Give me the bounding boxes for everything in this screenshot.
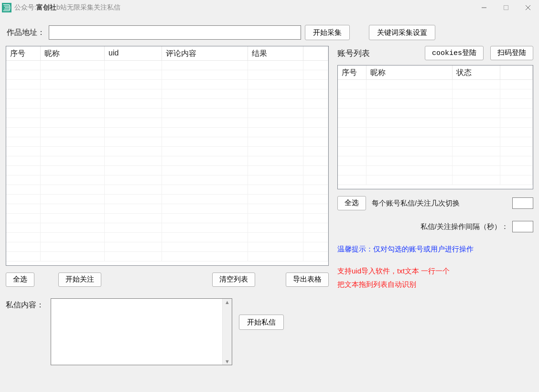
accounts-grid-body (338, 80, 533, 185)
window-title: 公众号: 富创社 b站无限采集关注私信 (14, 3, 120, 12)
dm-label: 私信内容： (6, 298, 44, 310)
scroll-down-icon: ▼ (225, 358, 230, 365)
minimize-button[interactable] (473, 0, 495, 15)
account-list-label: 账号列表 (337, 48, 370, 59)
start-collect-button[interactable]: 开始采集 (305, 25, 350, 40)
dm-textarea-wrap: ▲ ▼ (51, 298, 232, 365)
interval-label: 私信/关注操作间隔（秒）： (420, 222, 508, 231)
switch-count-input[interactable] (512, 197, 533, 209)
svg-rect-1 (504, 5, 508, 10)
col-index[interactable]: 序号 (6, 46, 41, 61)
maximize-icon (504, 5, 508, 10)
acct-col-spacer (500, 65, 533, 80)
tip-red: 支持uid导入软件，txt文本 一行一个 把文本拖到列表自动识别 (337, 264, 533, 291)
close-icon (526, 5, 530, 10)
titlebar: 公众号: 富创社 b站无限采集关注私信 (0, 0, 539, 15)
dm-textarea[interactable] (51, 299, 222, 365)
export-table-button[interactable]: 导出表格 (286, 272, 329, 287)
app-icon (2, 3, 11, 12)
close-button[interactable] (517, 0, 539, 15)
col-nickname[interactable]: 昵称 (41, 46, 105, 61)
comments-grid[interactable]: 序号 昵称 uid 评论内容 结果 (6, 46, 329, 266)
acct-col-nickname[interactable]: 昵称 (367, 65, 453, 80)
col-comment[interactable]: 评论内容 (162, 46, 248, 61)
col-result[interactable]: 结果 (248, 46, 303, 61)
minimize-icon (482, 5, 486, 10)
title-prefix: 公众号: (14, 3, 36, 12)
title-suffix: b站无限采集关注私信 (56, 3, 120, 12)
maximize-button[interactable] (495, 0, 517, 15)
qr-login-button[interactable]: 扫码登陆 (490, 46, 533, 60)
start-dm-button[interactable]: 开始私信 (239, 315, 284, 330)
cookies-login-button[interactable]: cookies登陆 (425, 46, 484, 60)
switch-label: 每个账号私信/关注几次切换 (370, 199, 508, 208)
start-follow-button[interactable]: 开始关注 (58, 272, 101, 287)
comments-grid-body (6, 61, 328, 261)
tip-red-line2: 把文本拖到列表自动识别 (337, 278, 533, 291)
acct-col-status[interactable]: 状态 (453, 65, 500, 80)
interval-input[interactable] (512, 221, 533, 232)
right-select-all-button[interactable]: 全选 (337, 196, 366, 210)
url-label: 作品地址： (7, 28, 45, 38)
tip-red-line1: 支持uid导入软件，txt文本 一行一个 (337, 264, 533, 278)
url-input[interactable] (49, 25, 301, 40)
tip-blue: 温馨提示：仅对勾选的账号或用户进行操作 (337, 245, 533, 254)
keyword-settings-button[interactable]: 关键词采集设置 (369, 25, 435, 40)
window-controls (473, 0, 539, 15)
col-spacer (303, 46, 328, 61)
textarea-scrollbar[interactable]: ▲ ▼ (222, 299, 232, 365)
title-bold: 富创社 (36, 3, 56, 12)
acct-col-index[interactable]: 序号 (338, 65, 367, 80)
scroll-up-icon: ▲ (225, 299, 230, 305)
accounts-grid[interactable]: 序号 昵称 状态 (337, 65, 533, 189)
left-select-all-button[interactable]: 全选 (6, 272, 34, 287)
clear-list-button[interactable]: 清空列表 (212, 272, 255, 287)
col-uid[interactable]: uid (105, 46, 162, 61)
